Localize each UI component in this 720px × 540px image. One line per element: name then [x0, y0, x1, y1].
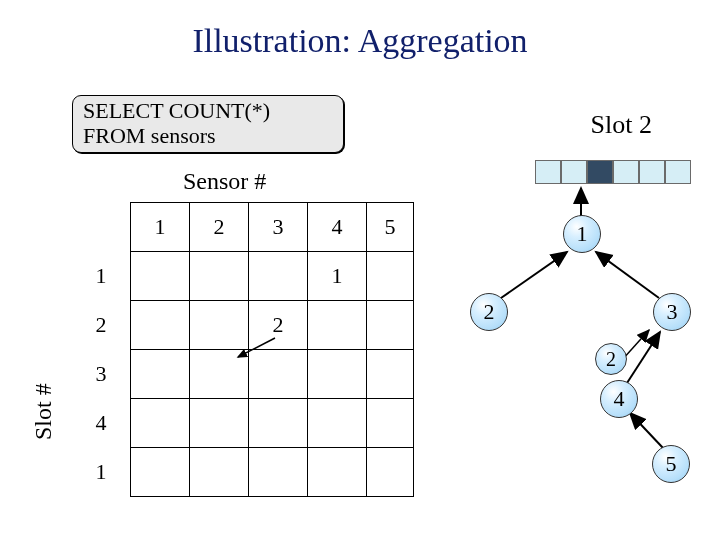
- svg-line-2: [501, 252, 567, 298]
- svg-line-4: [627, 332, 660, 383]
- sql-box: SELECT COUNT(*) FROM sensors: [72, 95, 344, 153]
- tree-node-1: 1: [563, 215, 601, 253]
- tree-node-5: 5: [652, 445, 690, 483]
- arrow-cell-icon: [230, 335, 280, 365]
- tree-node-4: 4: [600, 380, 638, 418]
- svg-line-5: [630, 413, 663, 448]
- tree-node-3: 3: [653, 293, 691, 331]
- svg-line-3: [596, 252, 659, 298]
- sql-line-2: FROM sensors: [83, 123, 333, 148]
- sql-line-1: SELECT COUNT(*): [83, 98, 333, 123]
- svg-line-0: [238, 338, 275, 357]
- tree-annotation-2: 2: [595, 343, 627, 375]
- tree-node-2: 2: [470, 293, 508, 331]
- tree-edges: [0, 0, 720, 540]
